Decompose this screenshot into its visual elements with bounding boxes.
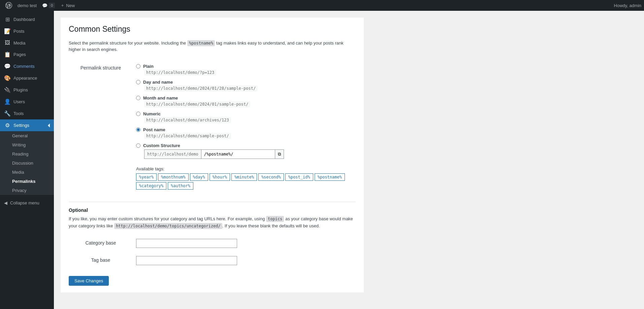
sidebar-label-settings: Settings (13, 123, 29, 128)
sidebar-item-comments[interactable]: 💬 Comments (0, 60, 54, 72)
main-content: Common Settings Select the permalink str… (54, 11, 644, 309)
desc-text-before: Select the permalink structure for your … (69, 40, 187, 46)
sidebar-label-media: Media (13, 40, 25, 46)
url-numeric: http://localhost/demo/archives/123 (144, 117, 231, 123)
available-tags-label: Available tags: (136, 166, 356, 171)
permalink-label: Permalink structure (69, 60, 136, 194)
pages-icon: 📋 (4, 51, 11, 58)
radio-day-name[interactable] (136, 80, 140, 84)
tag-base-row: Tag base (69, 252, 356, 269)
custom-structure-input[interactable] (201, 149, 275, 159)
new-label: New (66, 3, 75, 8)
available-tags-section: Available tags: %year% %monthnum% %day% … (136, 166, 356, 190)
desc-code: %postname% (187, 40, 215, 46)
settings-form-table: Permalink structure Plain http://localho… (69, 60, 356, 194)
category-base-cell (136, 235, 356, 252)
current-indicator (48, 123, 50, 128)
radio-custom[interactable] (136, 143, 140, 148)
dashboard-icon: ⊞ (4, 16, 11, 23)
optional-heading: Optional (69, 202, 356, 213)
tag-day[interactable]: %day% (190, 173, 208, 181)
tag-second[interactable]: %second% (258, 173, 284, 181)
sidebar-item-pages[interactable]: 📋 Pages (0, 49, 54, 60)
option-custom-label[interactable]: Custom Structure (136, 143, 356, 148)
optional-code2: http://localhost/demo/topics/uncategoriz… (114, 223, 222, 229)
permalink-options-cell: Plain http://localhost/demo/?p=123 Day a… (136, 60, 356, 194)
optional-description: If you like, you may enter custom struct… (69, 216, 356, 230)
sidebar-item-tools[interactable]: 🔧 Tools (0, 108, 54, 119)
sidebar-label-plugins: Plugins (13, 87, 28, 92)
tag-hour[interactable]: %hour% (210, 173, 230, 181)
option-post-name-label[interactable]: Post name (136, 127, 356, 132)
category-base-row: Category base (69, 235, 356, 252)
sidebar-item-appearance[interactable]: 🎨 Appearance (0, 72, 54, 84)
sidebar-item-media[interactable]: 🖼 Media (0, 37, 54, 49)
collapse-icon: ◀ (4, 200, 7, 205)
tag-post-id[interactable]: %post_id% (285, 173, 313, 181)
tag-base-input[interactable] (136, 256, 237, 265)
option-month-name: Month and name http://localhost/demo/202… (136, 95, 356, 107)
submenu-discussion[interactable]: Discussion (0, 159, 54, 168)
copy-button[interactable]: ⧉ (275, 149, 284, 159)
option-numeric-label[interactable]: Numeric (136, 111, 356, 116)
url-plain: http://localhost/demo/?p=123 (144, 69, 216, 76)
sidebar-label-tools: Tools (13, 111, 24, 116)
sidebar-item-dashboard[interactable]: ⊞ Dashboard (0, 13, 54, 25)
category-base-input[interactable] (136, 239, 237, 248)
option-numeric: Numeric http://localhost/demo/archives/1… (136, 111, 356, 123)
site-name-link[interactable]: demo test (15, 3, 39, 8)
submenu-reading[interactable]: Reading (0, 149, 54, 159)
custom-prefix: http://localhost/demo (144, 149, 201, 159)
tools-icon: 🔧 (4, 110, 11, 117)
sidebar-label-dashboard: Dashboard (13, 17, 35, 22)
radio-plain[interactable] (136, 64, 140, 68)
sidebar-label-posts: Posts (13, 29, 25, 34)
settings-wrap: Common Settings Select the permalink str… (61, 18, 364, 292)
option-custom: Custom Structure http://localhost/demo ⧉ (136, 143, 356, 159)
option-plain-label[interactable]: Plain (136, 64, 356, 69)
radio-numeric[interactable] (136, 112, 140, 116)
option-day-name-label[interactable]: Day and name (136, 80, 356, 85)
category-base-label: Category base (69, 235, 136, 252)
save-changes-button[interactable]: Save Changes (69, 276, 109, 286)
sidebar-item-settings[interactable]: ⚙ Settings (0, 119, 54, 131)
submenu-media[interactable]: Media (0, 168, 54, 177)
optional-desc-before: If you like, you may enter custom struct… (69, 216, 266, 221)
optional-form-table: Category base Tag base (69, 235, 356, 269)
howdy-text: Howdy, admin (614, 3, 641, 8)
option-month-name-label[interactable]: Month and name (136, 95, 356, 101)
tag-base-label: Tag base (69, 252, 136, 269)
posts-icon: 📝 (4, 28, 11, 34)
sidebar-item-posts[interactable]: 📝 Posts (0, 25, 54, 37)
tag-category[interactable]: %category% (136, 182, 166, 190)
sidebar-item-plugins[interactable]: 🔌 Plugins (0, 84, 54, 96)
option-day-name: Day and name http://localhost/demo/2024/… (136, 80, 356, 91)
tag-postname[interactable]: %postname% (315, 173, 345, 181)
new-content-button[interactable]: ＋ New (58, 2, 77, 8)
plugins-icon: 🔌 (4, 87, 11, 93)
submenu-privacy[interactable]: Privacy (0, 186, 54, 195)
tag-base-cell (136, 252, 356, 269)
collapse-menu-button[interactable]: ◀ Collapse menu (0, 198, 54, 208)
url-post-name: http://localhost/demo/sample-post/ (144, 133, 231, 139)
radio-month-name[interactable] (136, 96, 140, 100)
option-post-name: Post name http://localhost/demo/sample-p… (136, 127, 356, 139)
collapse-label: Collapse menu (10, 200, 39, 205)
admin-bar: demo test 💬 0 ＋ New Howdy, admin (0, 0, 644, 11)
submenu-permalinks[interactable]: Permalinks (0, 177, 54, 186)
permalink-structure-row: Permalink structure Plain http://localho… (69, 60, 356, 194)
comment-icon: 💬 (42, 3, 47, 8)
tag-year[interactable]: %year% (136, 173, 157, 181)
sidebar-label-pages: Pages (13, 52, 26, 57)
sidebar-item-users[interactable]: 👤 Users (0, 96, 54, 108)
tag-minute[interactable]: %minute% (231, 173, 257, 181)
wp-logo[interactable] (3, 2, 15, 9)
submenu-writing[interactable]: Writing (0, 140, 54, 149)
optional-desc-after: . If you leave these blank the defaults … (222, 223, 320, 228)
tag-monthnum[interactable]: %monthnum% (158, 173, 188, 181)
comments-link[interactable]: 💬 0 (39, 3, 58, 8)
page-description: Select the permalink structure for your … (69, 40, 356, 53)
radio-post-name[interactable] (136, 128, 140, 132)
submenu-general[interactable]: General (0, 131, 54, 140)
tag-author[interactable]: %author% (168, 182, 193, 190)
